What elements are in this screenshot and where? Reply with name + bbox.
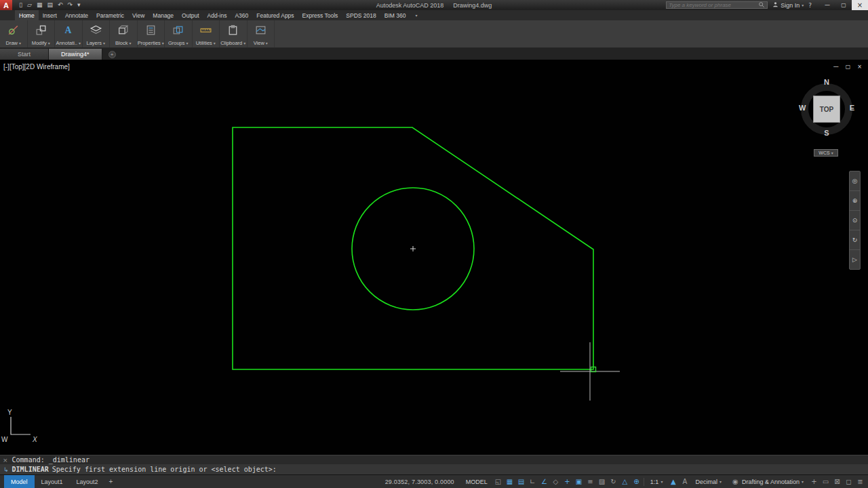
ribbon-tab-output[interactable]: Output [178,10,203,20]
pan-icon[interactable]: ⊕ [850,191,860,211]
ribbon-tab-a360[interactable]: A360 [231,10,252,20]
viewcube-west[interactable]: W [799,104,806,112]
doc-restore-button[interactable]: ▢ [846,64,851,70]
viewcube-north[interactable]: N [824,78,829,86]
ortho-mode-icon[interactable]: ∟ [528,478,537,485]
viewcube-top-face[interactable]: TOP [813,96,840,123]
save-icon[interactable]: ▦ [37,2,43,8]
ribbon-tab-featured-apps[interactable]: Featured Apps [252,10,298,20]
ribbon-panel-clipboard[interactable]: Clipboard [220,20,248,47]
snap-mode-icon[interactable]: ▦ [505,478,514,485]
grid-display-icon[interactable]: ▤ [517,478,526,485]
annotation-monitor-icon[interactable]: + [810,478,818,485]
doc-minimize-button[interactable]: — [833,64,839,70]
graphics-monitor-icon[interactable]: ▭ [821,478,830,485]
ribbon-tab-parametric[interactable]: Parametric [92,10,128,20]
viewport-menu-control[interactable]: [-] [3,63,9,70]
search-box[interactable] [666,1,768,9]
ribbon-panel-view[interactable]: View [248,20,275,47]
ribbon-tab-add-ins[interactable]: Add-ins [203,10,231,20]
layout-tab-layout1[interactable]: Layout1 [35,475,70,488]
annotation-scale-button[interactable]: 1:1 [647,475,667,488]
minimize-button[interactable]: — [819,0,835,10]
ribbon-panel-annotation[interactable]: A Annotati.. [55,20,83,47]
ribbon-tab-manage[interactable]: Manage [149,10,178,20]
search-input[interactable] [669,2,756,8]
undo-icon[interactable]: ↶ [58,2,63,8]
object-snap-icon[interactable]: ▣ [574,478,583,485]
viewcube-south[interactable]: S [824,129,829,137]
clean-screen-icon[interactable]: ◻ [844,478,853,485]
file-tab-start[interactable]: Start [0,49,49,60]
viewport-view-control[interactable]: [Top] [9,63,24,70]
polar-tracking-icon[interactable]: ∠ [540,478,549,485]
ribbon-panel-draw[interactable]: Draw [0,20,28,47]
dynamic-input-icon[interactable]: ⊕ [632,478,641,485]
customization-icon[interactable]: ≣ [856,478,865,485]
sign-in-button[interactable]: Sign In [772,1,804,9]
command-prompt-line[interactable]: ↳ DIMLINEAR Specify first extension line… [0,464,868,474]
application-menu-button[interactable]: A [0,0,12,10]
infer-constraints-icon[interactable]: ◱ [494,478,502,485]
isometric-drafting-icon[interactable]: ◇ [551,478,560,485]
annotation-visibility-icon[interactable]: ▲ [669,478,677,485]
new-drawing-button[interactable]: + [108,51,116,58]
drawing-canvas[interactable]: Y W X [0,60,868,455]
ribbon-panel-groups[interactable]: Groups [165,20,193,47]
navigation-wheel-icon[interactable]: ◎ [850,171,860,191]
layout-tab-model[interactable]: Model [4,475,35,488]
layers-icon [90,20,102,40]
panel-label: Groups [168,40,185,46]
viewport-visual-style-control[interactable]: [2D Wireframe] [24,63,70,70]
object-snap-tracking-icon[interactable]: + [563,478,572,485]
units-button[interactable]: Decimal [692,475,725,488]
qat-menu-icon[interactable]: ▾ [77,2,81,8]
dynamic-ucs-icon[interactable]: △ [620,478,629,485]
annotation-autoscale-icon[interactable]: A [680,478,689,485]
ribbon-panel-utilities[interactable]: Utilities [193,20,220,47]
caret-down-icon [162,41,164,46]
utilities-icon [199,20,212,40]
drawing-area[interactable]: Y W X [-] [Top] [2D Wireframe] — ▢ × N S… [0,60,868,455]
open-file-icon[interactable]: ▱ [27,2,32,8]
plot-icon[interactable]: ▤ [47,2,53,8]
ribbon-collapse-button[interactable] [415,10,417,20]
command-history-line[interactable]: Command: _dimlinear [0,455,868,464]
new-file-icon[interactable]: ▯ [19,2,22,8]
ribbon-tab-insert[interactable]: Insert [39,10,61,20]
viewcube[interactable]: N S W E TOP [800,77,854,140]
help-icon[interactable] [808,2,812,9]
restore-button[interactable]: ▢ [835,0,852,10]
isolate-objects-icon[interactable]: ⊠ [833,478,842,485]
search-icon[interactable] [758,1,765,9]
lineweight-icon[interactable]: ≡ [586,478,595,485]
workspace-button[interactable]: ◉ Drafting & Annotation [728,475,807,488]
ribbon-panel-properties[interactable]: Properties [138,20,165,47]
viewcube-east[interactable]: E [850,104,854,112]
redo-icon[interactable]: ↷ [67,2,73,8]
close-button[interactable]: × [852,0,868,10]
showmotion-icon[interactable]: ▷ [850,250,860,269]
file-tab-drawing4[interactable]: Drawing4* [49,49,102,60]
ribbon-tab-express-tools[interactable]: Express Tools [298,10,342,20]
doc-close-button[interactable]: × [857,64,862,70]
ribbon-panel-block[interactable]: Block [110,20,138,47]
ribbon-tab-home[interactable]: Home [15,10,39,20]
layout-tab-layout2[interactable]: Layout2 [70,475,105,488]
zoom-icon[interactable]: ⊙ [850,211,860,230]
transparency-icon[interactable]: ▨ [597,478,606,485]
ribbon-tab-annotate[interactable]: Annotate [61,10,92,20]
selection-cycling-icon[interactable]: ↻ [609,478,618,485]
ucs-icon[interactable]: Y W X [1,409,37,443]
close-command-window-icon[interactable] [3,457,8,464]
orbit-icon[interactable]: ↻ [850,230,860,250]
model-paper-toggle[interactable]: MODEL [462,475,491,488]
wcs-menu[interactable]: WCS [814,149,838,157]
ribbon-panel-layers[interactable]: Layers [83,20,111,47]
new-layout-button[interactable]: + [109,478,113,485]
ucs-y-label: Y [7,409,12,416]
ribbon-panel-modify[interactable]: Modify [28,20,56,47]
ribbon-tab-spds-2018[interactable]: SPDS 2018 [342,10,380,20]
ribbon-tab-view[interactable]: View [128,10,149,20]
ribbon-tab-bim-360[interactable]: BIM 360 [380,10,410,20]
